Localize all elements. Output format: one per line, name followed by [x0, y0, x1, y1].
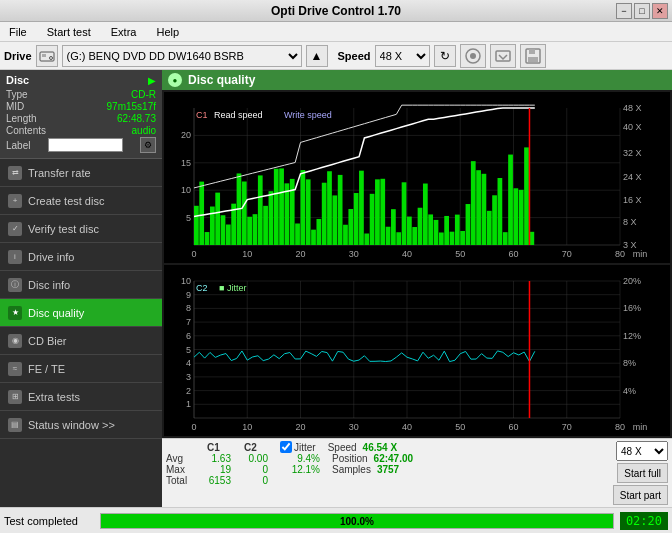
verify-test-disc-icon: ✓ [8, 222, 22, 236]
sidebar-item-drive-info[interactable]: iDrive info [0, 243, 162, 271]
chart1-wrapper [164, 92, 670, 263]
nav-items: ⇄Transfer rate+Create test disc✓Verify t… [0, 159, 162, 439]
disc-arrow: ▶ [148, 75, 156, 86]
disc-mid-value: 97m15s17f [107, 101, 156, 112]
cd-bier-icon: ◉ [8, 334, 22, 348]
status-bar: Test completed 100.0% 02:20 [0, 507, 672, 533]
minimize-button[interactable]: − [616, 3, 632, 19]
progress-bar: 100.0% [100, 513, 614, 529]
disc-quality-label: Disc quality [28, 307, 84, 319]
main-layout: Disc ▶ Type CD-R MID 97m15s17f Length 62… [0, 70, 672, 507]
avg-jitter: 9.4% [280, 453, 320, 464]
svg-rect-7 [529, 49, 535, 54]
disc-mid-label: MID [6, 101, 24, 112]
disc-label-input[interactable] [48, 138, 123, 152]
app-title: Opti Drive Control 1.70 [271, 4, 401, 18]
drive-icon[interactable] [36, 45, 58, 67]
save-button[interactable] [520, 44, 546, 68]
disc-panel: Disc ▶ Type CD-R MID 97m15s17f Length 62… [0, 70, 162, 159]
max-label: Max [166, 464, 194, 475]
eject-button[interactable]: ▲ [306, 45, 328, 67]
avg-label: Avg [166, 453, 194, 464]
c1-header: C1 [196, 442, 231, 453]
verify-test-disc-label: Verify test disc [28, 223, 99, 235]
speed-select[interactable]: 48 X [375, 45, 430, 67]
sidebar-item-create-test-disc[interactable]: +Create test disc [0, 187, 162, 215]
max-jitter: 12.1% [280, 464, 320, 475]
sidebar-item-extra-tests[interactable]: ⊞Extra tests [0, 383, 162, 411]
disc-type-label: Type [6, 89, 28, 100]
chart2-wrapper [164, 265, 670, 436]
drive-select[interactable]: (G:) BENQ DVD DD DW1640 BSRB [62, 45, 302, 67]
cd-bier-label: CD Bier [28, 335, 67, 347]
menu-start-test[interactable]: Start test [42, 24, 96, 40]
fe-te-label: FE / TE [28, 363, 65, 375]
chart-speed-select[interactable]: 48 X [616, 441, 668, 461]
svg-point-2 [49, 56, 52, 59]
chart-title: Disc quality [188, 73, 255, 87]
sidebar-item-disc-info[interactable]: ⓘDisc info [0, 271, 162, 299]
disc-type-value: CD-R [131, 89, 156, 100]
disc-label-label: Label [6, 140, 30, 151]
maximize-button[interactable]: □ [634, 3, 650, 19]
sidebar-item-verify-test-disc[interactable]: ✓Verify test disc [0, 215, 162, 243]
disc-quality-icon: ★ [8, 306, 22, 320]
jitter-checkbox[interactable] [280, 441, 292, 453]
menu-extra[interactable]: Extra [106, 24, 142, 40]
menu-bar: File Start test Extra Help [0, 22, 672, 42]
bottom-controls: C1 C2 Jitter Speed 46.54 X Avg 1.63 0.00… [162, 438, 672, 507]
extra-tests-icon: ⊞ [8, 390, 22, 404]
menu-file[interactable]: File [4, 24, 32, 40]
time-display: 02:20 [620, 512, 668, 530]
status-window-label: Status window >> [28, 419, 115, 431]
stats-table: C1 C2 Jitter Speed 46.54 X Avg 1.63 0.00… [166, 441, 613, 486]
create-test-disc-label: Create test disc [28, 195, 104, 207]
menu-help[interactable]: Help [151, 24, 184, 40]
speed-label: Speed [328, 442, 357, 453]
status-text: Test completed [4, 515, 94, 527]
title-bar: Opti Drive Control 1.70 − □ ✕ [0, 0, 672, 22]
sidebar: Disc ▶ Type CD-R MID 97m15s17f Length 62… [0, 70, 162, 507]
refresh-button[interactable]: ↻ [434, 45, 456, 67]
start-part-button[interactable]: Start part [613, 485, 668, 505]
drive-info-icon: i [8, 250, 22, 264]
c2-header: C2 [233, 442, 268, 453]
sidebar-item-status-window[interactable]: ▤Status window >> [0, 411, 162, 439]
max-c1: 19 [196, 464, 231, 475]
start-full-button[interactable]: Start full [617, 463, 668, 483]
chart2-canvas [164, 265, 670, 436]
disc-contents-value: audio [132, 125, 156, 136]
transfer-rate-label: Transfer rate [28, 167, 91, 179]
disc-length-value: 62:48.73 [117, 113, 156, 124]
label-gear-button[interactable]: ⚙ [140, 137, 156, 153]
right-controls: 48 X Start full Start part [613, 441, 668, 505]
chart1-canvas [164, 92, 670, 263]
disc-info-label: Disc info [28, 279, 70, 291]
sidebar-item-cd-bier[interactable]: ◉CD Bier [0, 327, 162, 355]
position-label: Position [332, 453, 368, 464]
total-c2: 0 [233, 475, 268, 486]
chart-header: ● Disc quality [162, 70, 672, 90]
total-c1: 6153 [196, 475, 231, 486]
max-c2: 0 [233, 464, 268, 475]
fe-te-icon: ≈ [8, 362, 22, 376]
window-controls: − □ ✕ [616, 3, 668, 19]
toolbar-btn-2[interactable] [490, 44, 516, 68]
disc-info-icon: ⓘ [8, 278, 22, 292]
samples-value: 3757 [377, 464, 399, 475]
sidebar-item-disc-quality[interactable]: ★Disc quality [0, 299, 162, 327]
disc-length-label: Length [6, 113, 37, 124]
close-button[interactable]: ✕ [652, 3, 668, 19]
avg-c1: 1.63 [196, 453, 231, 464]
jitter-header: Jitter [294, 442, 316, 453]
svg-rect-8 [528, 57, 538, 62]
svg-rect-1 [42, 54, 46, 57]
avg-c2: 0.00 [233, 453, 268, 464]
status-window-icon: ▤ [8, 418, 22, 432]
speed-label: Speed [338, 50, 371, 62]
drive-info-label: Drive info [28, 251, 74, 263]
sidebar-item-transfer-rate[interactable]: ⇄Transfer rate [0, 159, 162, 187]
toolbar-btn-1[interactable] [460, 44, 486, 68]
progress-pct: 100.0% [340, 515, 374, 526]
sidebar-item-fe-te[interactable]: ≈FE / TE [0, 355, 162, 383]
